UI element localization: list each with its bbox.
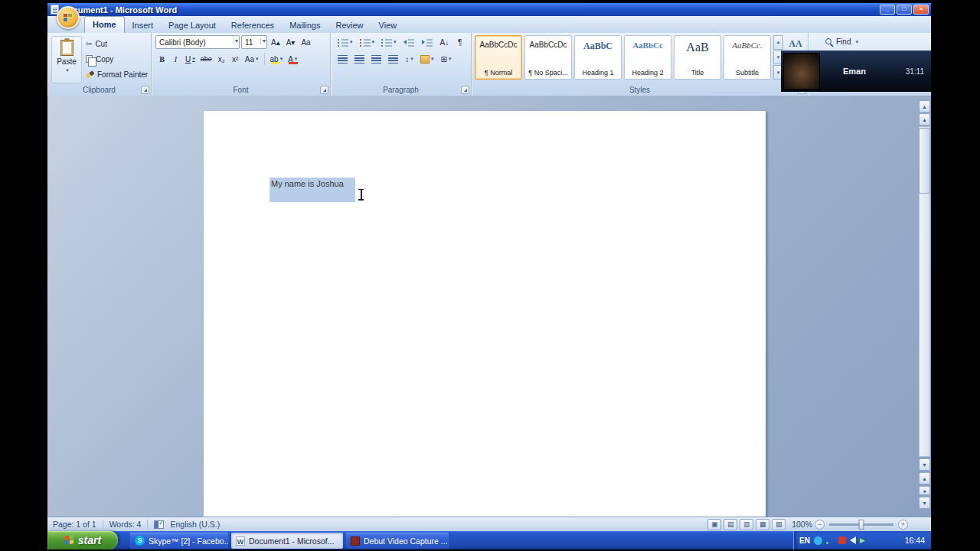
text-highlight-button[interactable]: ab bbox=[268, 52, 286, 66]
paste-button[interactable]: Paste bbox=[51, 36, 82, 83]
borders-button[interactable]: ⊞ bbox=[439, 52, 454, 66]
zoom-level[interactable]: 100% bbox=[792, 520, 812, 529]
ruler-toggle-button[interactable]: ▲ bbox=[919, 100, 930, 112]
style-normal[interactable]: AaBbCcDc ¶ Normal bbox=[475, 35, 522, 80]
scrollbar-thumb[interactable] bbox=[919, 128, 930, 194]
style-heading-1[interactable]: AaBbC Heading 1 bbox=[574, 35, 622, 80]
strikethrough-button[interactable]: abe bbox=[198, 52, 214, 66]
tab-review[interactable]: Review bbox=[328, 18, 371, 33]
draft-view-button[interactable]: ▧ bbox=[772, 519, 786, 530]
minimize-button[interactable]: _ bbox=[880, 5, 895, 15]
align-center-button[interactable] bbox=[352, 52, 367, 66]
zoom-in-button[interactable]: + bbox=[898, 520, 908, 530]
full-screen-reading-view-button[interactable]: ▤ bbox=[724, 519, 737, 530]
taskbar-button-skype[interactable]: S Skype™ [2] - Facebo... bbox=[130, 533, 228, 549]
font-name-combo[interactable]: Calibri (Body) bbox=[155, 35, 240, 49]
outline-view-button[interactable]: ▦ bbox=[756, 519, 769, 530]
webcam-overlay: Eman 31:11 bbox=[781, 51, 931, 92]
justify-button[interactable] bbox=[386, 52, 400, 66]
recorder-tray-icon[interactable] bbox=[838, 536, 846, 544]
style-title[interactable]: AaB Title bbox=[674, 35, 721, 80]
document-workspace[interactable]: My name is Joshua ▲ ▲ ▼ ▲ ● ▼ bbox=[47, 96, 931, 517]
tab-mailings[interactable]: Mailings bbox=[282, 18, 328, 33]
zoom-slider[interactable] bbox=[829, 523, 893, 526]
clear-formatting-button[interactable]: Aa bbox=[299, 35, 312, 49]
align-left-button[interactable] bbox=[335, 52, 350, 66]
print-layout-view-button[interactable]: ▣ bbox=[707, 519, 721, 530]
justify-icon bbox=[388, 55, 398, 64]
align-right-button[interactable] bbox=[369, 52, 384, 66]
document-page[interactable]: My name is Joshua bbox=[204, 111, 766, 517]
clipboard-dialog-launcher[interactable] bbox=[141, 86, 149, 94]
multilevel-list-button[interactable] bbox=[379, 35, 399, 49]
signal-tray-icon[interactable] bbox=[826, 536, 835, 544]
vertical-scrollbar[interactable]: ▲ ▲ ▼ ▲ ● ▼ bbox=[919, 100, 930, 512]
styles-scroll-up-button[interactable]: ▲ bbox=[773, 35, 783, 50]
ribbon-tab-row: Home Insert Page Layout References Maili… bbox=[47, 16, 931, 33]
paragraph-dialog-launcher[interactable] bbox=[461, 86, 469, 94]
cut-button[interactable]: ✂Cut bbox=[84, 37, 149, 51]
shrink-font-button[interactable]: A▾ bbox=[284, 35, 298, 49]
webcam-thumbnail bbox=[783, 53, 820, 90]
proofing-status-icon[interactable] bbox=[154, 520, 164, 529]
status-bar: Page: 1 of 1 Words: 4 English (U.S.) ▣ ▤… bbox=[47, 517, 931, 531]
style-subtitle[interactable]: AaBbCc. Subtitle bbox=[724, 35, 771, 80]
italic-button[interactable]: I bbox=[169, 52, 182, 66]
scroll-up-button[interactable]: ▲ bbox=[919, 113, 930, 126]
office-button[interactable] bbox=[57, 6, 80, 29]
clock[interactable]: 16:44 bbox=[905, 536, 925, 545]
status-left: Page: 1 of 1 Words: 4 English (U.S.) bbox=[47, 520, 220, 529]
word-count[interactable]: Words: 4 bbox=[109, 520, 142, 529]
font-size-combo[interactable]: 11 bbox=[241, 35, 267, 49]
copy-button[interactable]: Copy bbox=[84, 52, 149, 66]
show-paragraph-marks-button[interactable]: ¶ bbox=[453, 35, 466, 49]
language-indicator[interactable]: English (U.S.) bbox=[170, 520, 220, 529]
start-button[interactable]: start bbox=[47, 531, 118, 549]
change-case-button[interactable]: Aa bbox=[243, 52, 261, 66]
next-page-button[interactable]: ▼ bbox=[919, 497, 930, 509]
font-color-button[interactable]: A bbox=[286, 52, 299, 66]
style-heading-2[interactable]: AaBbCc Heading 2 bbox=[624, 35, 671, 80]
format-painter-button[interactable]: Format Painter bbox=[84, 67, 149, 81]
tab-page-layout[interactable]: Page Layout bbox=[161, 18, 224, 33]
document-text: My name is Joshua bbox=[271, 179, 344, 188]
tab-view[interactable]: View bbox=[371, 18, 405, 33]
taskbar-button-debut[interactable]: Debut Video Capture ... bbox=[346, 533, 449, 549]
web-layout-view-button[interactable]: ▥ bbox=[740, 519, 753, 530]
decrease-indent-button[interactable] bbox=[401, 35, 417, 49]
tab-home[interactable]: Home bbox=[84, 16, 125, 33]
close-button[interactable]: × bbox=[913, 5, 929, 15]
separator bbox=[103, 520, 103, 529]
bold-button[interactable]: B bbox=[155, 52, 168, 66]
numbering-button[interactable] bbox=[358, 35, 377, 49]
grow-font-button[interactable]: A▴ bbox=[269, 35, 283, 49]
superscript-button[interactable]: x² bbox=[229, 52, 242, 66]
zoom-out-button[interactable]: − bbox=[815, 520, 825, 530]
line-spacing-button[interactable]: ↕ bbox=[403, 52, 416, 66]
underline-button[interactable]: U bbox=[183, 52, 198, 66]
zoom-slider-thumb[interactable] bbox=[859, 520, 864, 530]
bullets-button[interactable] bbox=[335, 35, 355, 49]
page-indicator[interactable]: Page: 1 of 1 bbox=[53, 520, 96, 529]
selected-text[interactable]: My name is Joshua bbox=[270, 178, 355, 202]
previous-page-button[interactable]: ▲ bbox=[919, 472, 930, 484]
select-browse-object-button[interactable]: ● bbox=[919, 486, 930, 495]
tab-insert[interactable]: Insert bbox=[125, 18, 162, 33]
find-button[interactable]: Find bbox=[825, 37, 858, 46]
subscript-button[interactable]: x₂ bbox=[215, 52, 228, 66]
font-dialog-launcher[interactable] bbox=[320, 86, 328, 94]
volume-tray-icon[interactable] bbox=[850, 536, 856, 544]
windows-logo-icon bbox=[64, 535, 74, 546]
increase-indent-button[interactable] bbox=[420, 35, 436, 49]
taskbar-button-word[interactable]: W Document1 - Microsof... bbox=[231, 533, 343, 549]
skype-tray-icon[interactable] bbox=[814, 536, 822, 545]
restore-button[interactable]: □ bbox=[897, 5, 912, 15]
media-play-tray-icon[interactable]: ▶ bbox=[860, 536, 865, 544]
tab-references[interactable]: References bbox=[224, 18, 282, 33]
style-no-spacing[interactable]: AaBbCcDc ¶ No Spaci... bbox=[524, 35, 572, 80]
scroll-down-button[interactable]: ▼ bbox=[919, 458, 930, 471]
shading-button[interactable] bbox=[418, 52, 436, 66]
language-bar[interactable]: EN bbox=[799, 536, 810, 545]
sort-button[interactable]: A↓ bbox=[438, 35, 452, 49]
skype-icon: S bbox=[135, 536, 145, 546]
